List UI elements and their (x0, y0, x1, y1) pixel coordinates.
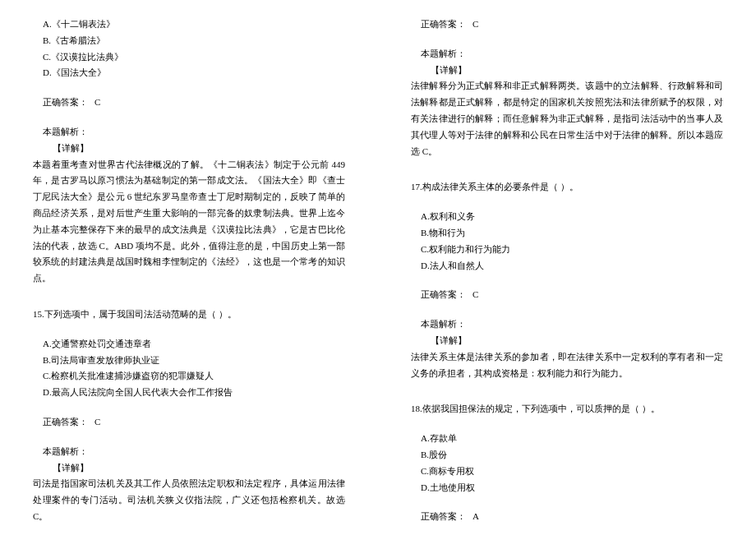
option-a: A.权利和义务 (411, 209, 723, 225)
question-17: 17.构成法律关系主体的必要条件是（ ）。 (411, 179, 723, 196)
question-intro-options: A.《十二铜表法》 B.《古希腊法》 C.《汉谟拉比法典》 D.《国法大全》 (33, 16, 345, 81)
option-b: B.股份 (411, 447, 723, 464)
explanation-text: 法律关系主体是法律关系的参加者，即在法律关系中一定权利的享有者和一定义务的承担者… (411, 349, 723, 382)
option-b: B.物和行为 (411, 225, 723, 242)
option-b: B.司法局审查发放律师执业证 (33, 353, 345, 369)
answer-value: A (472, 511, 479, 521)
analysis-block: 本题解析： 【详解】 本题着重考查对世界古代法律概况的了解。《十二铜表法》制定于… (33, 124, 345, 287)
q17-title: 17.构成法律关系主体的必要条件是（ ）。 (411, 179, 723, 196)
q17-options: A.权利和义务 B.物和行为 C.权利能力和行为能力 D.法人和自然人 (411, 209, 723, 274)
q17-answer-block: 正确答案：C (411, 287, 723, 303)
option-a: A.《十二铜表法》 (33, 16, 345, 33)
answer-value: C (94, 97, 100, 107)
option-c: C.权利能力和行为能力 (411, 242, 723, 258)
detail-label: 【详解】 (33, 460, 345, 477)
answer-label: 正确答案： (411, 289, 466, 299)
option-c: C.检察机关批准逮捕涉嫌盗窃的犯罪嫌疑人 (33, 368, 345, 385)
option-b: B.《古希腊法》 (33, 33, 345, 49)
q17-analysis-block: 本题解析： 【详解】 法律关系主体是法律关系的参加者，即在法律关系中一定权利的享… (411, 316, 723, 381)
option-d: D.最高人民法院向全国人民代表大会作工作报告 (33, 385, 345, 401)
option-d: D.《国法大全》 (33, 65, 345, 81)
q15-answer-block: 正确答案：C (33, 414, 345, 431)
detail-label: 【详解】 (411, 62, 723, 79)
left-column: A.《十二铜表法》 B.《古希腊法》 C.《汉谟拉比法典》 D.《国法大全》 正… (0, 0, 378, 535)
answer-block: 正确答案：C (33, 95, 345, 111)
explanation-text: 司法是指国家司法机关及其工作人员依照法定职权和法定程序，具体运用法律处理案件的专… (33, 476, 345, 524)
q16-answer-block: 正确答案：C (411, 16, 723, 33)
answer-label: 正确答案： (411, 511, 466, 521)
answer-label: 正确答案： (33, 97, 88, 107)
option-a: A.交通警察处罚交通违章者 (33, 336, 345, 353)
question-18: 18.依据我国担保法的规定，下列选项中，可以质押的是（ ）。 (411, 401, 723, 417)
option-d: D.土地使用权 (411, 480, 723, 496)
question-15: 15.下列选项中，属于我国司法活动范畴的是（ ）。 (33, 307, 345, 323)
q15-title: 15.下列选项中，属于我国司法活动范畴的是（ ）。 (33, 307, 345, 323)
answer-value: C (472, 19, 478, 29)
answer-label: 正确答案： (411, 19, 466, 29)
answer-value: C (94, 417, 100, 427)
option-d: D.法人和自然人 (411, 258, 723, 274)
analysis-label: 本题解析： (33, 124, 345, 141)
right-column: 正确答案：C 本题解析： 【详解】 法律解释分为正式解释和非正式解释两类。该题中… (378, 0, 756, 535)
detail-label: 【详解】 (411, 333, 723, 349)
answer-label: 正确答案： (33, 417, 88, 427)
q18-title: 18.依据我国担保法的规定，下列选项中，可以质押的是（ ）。 (411, 401, 723, 417)
explanation-text: 本题着重考查对世界古代法律概况的了解。《十二铜表法》制定于公元前 449 年，是… (33, 157, 345, 287)
option-c: C.商标专用权 (411, 464, 723, 480)
q18-answer-block: 正确答案：A (411, 509, 723, 525)
analysis-label: 本题解析： (33, 444, 345, 460)
option-c: C.《汉谟拉比法典》 (33, 49, 345, 66)
q15-analysis-block: 本题解析： 【详解】 司法是指国家司法机关及其工作人员依照法定职权和法定程序，具… (33, 444, 345, 525)
analysis-label: 本题解析： (411, 316, 723, 333)
detail-label: 【详解】 (33, 141, 345, 157)
answer-value: C (472, 289, 478, 299)
q18-options: A.存款单 B.股份 C.商标专用权 D.土地使用权 (411, 431, 723, 496)
analysis-label: 本题解析： (411, 46, 723, 62)
explanation-text: 法律解释分为正式解释和非正式解释两类。该题中的立法解释、行政解释和司法解释都是正… (411, 78, 723, 159)
option-a: A.存款单 (411, 431, 723, 447)
q15-options: A.交通警察处罚交通违章者 B.司法局审查发放律师执业证 C.检察机关批准逮捕涉… (33, 336, 345, 401)
q16-analysis-block: 本题解析： 【详解】 法律解释分为正式解释和非正式解释两类。该题中的立法解释、行… (411, 46, 723, 160)
